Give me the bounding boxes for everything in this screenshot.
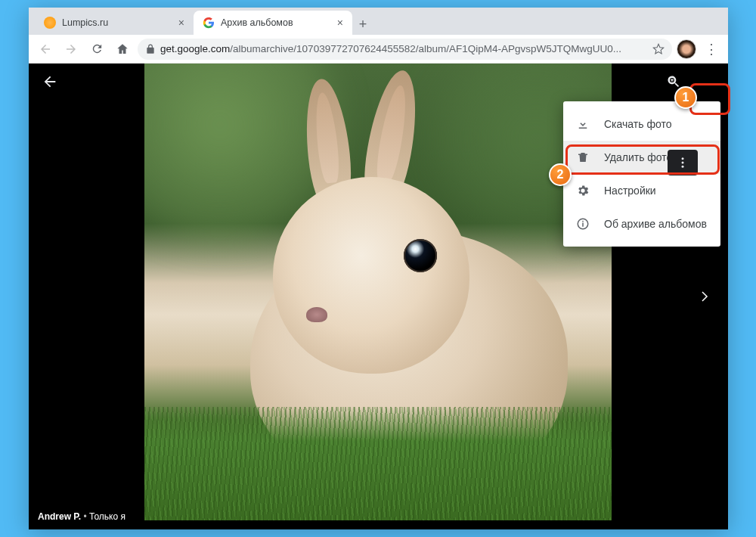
photo-image [144,64,612,520]
menu-item-label: Скачать фото [604,118,671,130]
tab-strip: Lumpics.ru × Архив альбомов × + [29,8,728,35]
svg-rect-5 [582,221,584,222]
author-name: Andrew P. [38,511,81,522]
browser-window: Lumpics.ru × Архив альбомов × + [29,8,728,529]
menu-item-about[interactable]: Об архиве альбомов [563,207,720,241]
svg-rect-4 [582,223,584,227]
annotation-box-2 [565,144,720,175]
profile-avatar[interactable] [677,39,696,59]
nav-back-button[interactable] [35,39,56,60]
menu-item-label: Настройки [604,185,656,197]
tab-close-icon[interactable]: × [178,17,184,29]
favicon-icon [44,17,56,29]
lock-icon [145,44,156,54]
bookmark-star-icon[interactable] [652,43,665,55]
url-text: get.google.com/albumarchive/107039772707… [160,43,648,54]
download-icon [575,116,590,132]
tab-album-archive[interactable]: Архив альбомов × [194,11,352,35]
reload-button[interactable] [86,39,107,60]
photo-viewer: ⋮ Скачать фото Удалить фото [29,64,728,529]
browser-menu-button[interactable]: ⋮ [701,39,722,60]
address-bar[interactable]: get.google.com/albumarchive/107039772707… [138,39,672,60]
menu-item-settings[interactable]: Настройки [563,174,720,207]
tab-lumpics[interactable]: Lumpics.ru × [35,11,194,35]
viewer-topbar: ⋮ [29,64,728,100]
back-arrow-button[interactable] [35,67,65,97]
tab-title: Lumpics.ru [62,17,108,28]
separator: • [83,511,86,522]
visibility-label: Только я [89,511,125,522]
tab-title: Архив альбомов [221,17,293,28]
menu-item-label: Об архиве альбомов [604,218,707,230]
next-photo-button[interactable] [689,281,719,312]
annotation-badge-2: 2 [549,163,572,186]
photo-caption: Andrew P. • Только я [38,511,125,522]
gear-icon [575,183,590,198]
info-icon [575,216,590,231]
google-favicon-icon [203,17,215,29]
tab-close-icon[interactable]: × [337,17,343,29]
nav-forward-button[interactable] [60,39,82,60]
home-button[interactable] [112,39,133,60]
new-tab-button[interactable]: + [352,14,373,35]
toolbar: get.google.com/albumarchive/107039772707… [29,35,728,64]
annotation-badge-1: 1 [674,86,697,109]
